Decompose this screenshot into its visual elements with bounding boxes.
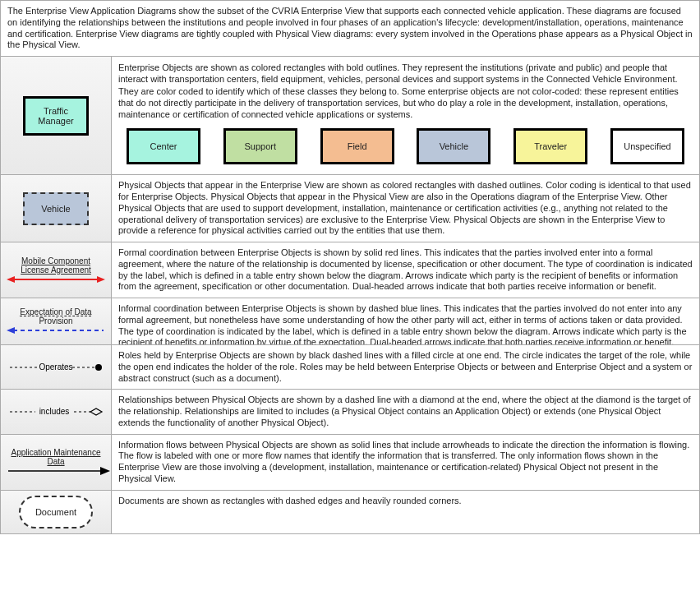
desc-document: Documents are shown as rectangles with d… [112, 491, 699, 533]
row-document: Document Documents are shown as rectangl… [1, 491, 699, 533]
icon-physical-object: Vehicle [1, 175, 112, 242]
legend-field: Field [320, 128, 394, 164]
icon-informal: Expectation of Data Provision [1, 298, 112, 344]
legend-traveler: Traveler [513, 128, 587, 164]
physical-object-box: Vehicle [23, 192, 89, 225]
role-dashed-line-icon: Operates [7, 361, 105, 374]
legend-unspecified: Unspecified [610, 128, 684, 164]
includes-graphic: includes [7, 405, 105, 418]
svg-marker-12 [90, 408, 102, 415]
row-physical-objects: Vehicle Physical Objects that appear in … [1, 175, 699, 242]
icon-flow: Application Maintenance Data [1, 435, 112, 490]
desc-roles: Roles held by Enterprise Objects are sho… [112, 345, 699, 389]
legend-center: Center [127, 128, 200, 164]
black-arrow-icon [7, 466, 110, 476]
row-formal-coordination: Mobile Component License Agreement Forma… [1, 242, 699, 298]
svg-text:includes: includes [39, 407, 70, 416]
icon-formal: Mobile Component License Agreement [1, 242, 112, 298]
row-enterprise-objects: Traffic Manager Enterprise Objects are s… [1, 57, 699, 175]
document-label: Document [35, 507, 76, 517]
physical-object-label: Vehicle [41, 204, 70, 214]
role-line-graphic: Operates [7, 361, 105, 374]
svg-marker-1 [7, 276, 15, 283]
row-includes: includes Relationships between Physical … [1, 390, 699, 434]
desc-includes: Relationships between Physical Objects a… [112, 390, 699, 433]
document-box: Document [19, 496, 93, 528]
color-legend-row: Center Support Field Vehicle Traveler Un… [118, 128, 693, 169]
informal-arrow-graphic: Expectation of Data Provision [7, 307, 105, 335]
blue-dashed-arrow-icon [7, 325, 105, 335]
desc-physical-objects: Physical Objects that appear in the Ente… [112, 175, 699, 242]
formal-arrow-graphic: Mobile Component License Agreement [7, 256, 105, 284]
desc-enterprise-objects: Enterprise Objects are shown as colored … [112, 57, 699, 174]
icon-enterprise-object: Traffic Manager [1, 57, 112, 174]
flow-graphic: Application Maintenance Data [7, 448, 105, 476]
svg-point-8 [95, 364, 102, 371]
desc-flow: Information flows between Physical Objec… [112, 435, 699, 490]
row-informal-coordination: Expectation of Data Provision Informal c… [1, 298, 699, 345]
svg-text:Operates: Operates [39, 362, 72, 372]
icon-role: Operates [1, 345, 112, 389]
desc-formal: Formal coordination between Enterprise O… [112, 242, 699, 298]
icon-includes: includes [1, 390, 112, 433]
legend-table: The Enterprise View Application Diagrams… [0, 0, 700, 534]
icon-document: Document [1, 491, 112, 533]
legend-vehicle: Vehicle [417, 128, 490, 164]
enterprise-object-label: Traffic Manager [25, 106, 86, 126]
red-arrow-icon [7, 275, 105, 284]
intro-text: The Enterprise View Application Diagrams… [1, 1, 699, 57]
row-information-flow: Application Maintenance Data Information… [1, 435, 699, 491]
legend-support: Support [223, 128, 297, 164]
row-roles: Operates Roles held by Enterprise Object… [1, 345, 699, 390]
svg-marker-4 [7, 327, 15, 334]
includes-dashed-diamond-icon: includes [7, 405, 105, 418]
enterprise-object-box: Traffic Manager [23, 96, 89, 136]
svg-marker-14 [100, 467, 110, 475]
svg-marker-2 [97, 276, 105, 283]
enterprise-objects-text: Enterprise Objects are shown as colored … [118, 62, 693, 120]
desc-informal: Informal coordination between Enterprise… [112, 298, 699, 344]
